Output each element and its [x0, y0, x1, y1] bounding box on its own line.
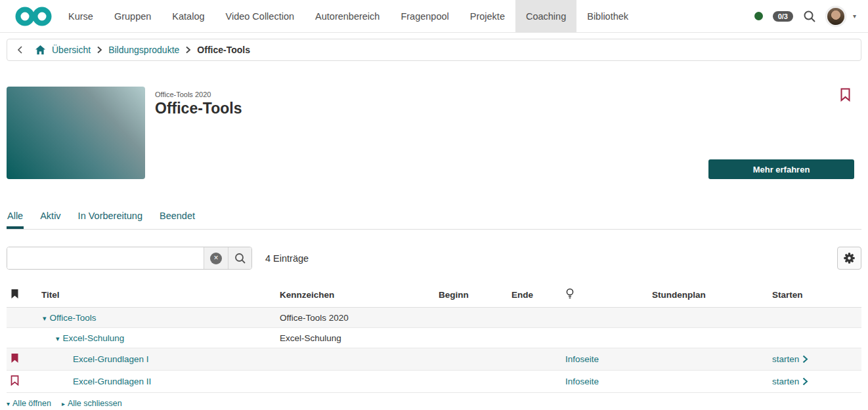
- collapse-caret-icon[interactable]: ▾: [56, 335, 60, 342]
- starten-link[interactable]: starten: [772, 377, 808, 386]
- nav-item-gruppen[interactable]: Gruppen: [104, 0, 162, 32]
- chevron-right-icon: [802, 355, 808, 363]
- breadcrumb-link-bildungsprodukte[interactable]: Bildungsprodukte: [108, 45, 179, 55]
- row-kennzeichen: Office-Tools 2020: [273, 308, 432, 328]
- row-title-link[interactable]: Excel-Grundlagen I: [73, 354, 149, 364]
- close-all-link[interactable]: ▸ Alle schliessen: [62, 399, 122, 408]
- column-header-infoseite[interactable]: [559, 285, 645, 308]
- tab-beendet[interactable]: Beendet: [159, 211, 196, 229]
- column-header-bookmark[interactable]: [7, 285, 35, 308]
- search-icon[interactable]: [803, 10, 816, 23]
- caret-right-icon: ▸: [62, 400, 65, 407]
- infoseite-link[interactable]: Infoseite: [565, 377, 599, 386]
- mehr-erfahren-button[interactable]: Mehr erfahren: [708, 159, 854, 179]
- table-settings-button[interactable]: [837, 247, 861, 270]
- infinity-logo-icon: [14, 6, 53, 27]
- entries-count: 4 Einträge: [265, 253, 309, 264]
- clear-x-icon: ×: [210, 253, 222, 264]
- tab-aktiv[interactable]: Aktiv: [39, 211, 61, 229]
- filter-tabs: Alle Aktiv In Vorbereitung Beendet: [7, 211, 861, 230]
- breadcrumb-separator-icon: [185, 46, 191, 54]
- search-group: ×: [7, 247, 252, 270]
- caret-down-icon: ▾: [7, 400, 10, 407]
- row-kennzeichen: Excel-Schulung: [273, 328, 432, 348]
- tree-controls: ▾ Alle öffnen ▸ Alle schliessen: [7, 399, 861, 408]
- user-menu-caret-icon[interactable]: ▾: [853, 12, 856, 20]
- chevron-right-icon: [802, 377, 808, 386]
- column-header-stundenplan[interactable]: Stundenplan: [645, 285, 766, 308]
- row-title-link[interactable]: Office-Tools: [50, 313, 97, 323]
- nav-item-kurse[interactable]: Kurse: [58, 0, 104, 32]
- curriculum-table: Titel Kennzeichen Beginn Ende Stundenpla…: [7, 285, 861, 393]
- nav-item-fragenpool[interactable]: Fragenpool: [390, 0, 459, 32]
- product-teaser-image: [7, 87, 145, 179]
- breadcrumb-link-uebersicht[interactable]: Übersicht: [52, 45, 91, 55]
- clear-search-button[interactable]: ×: [204, 247, 228, 269]
- column-header-titel[interactable]: Titel: [35, 285, 273, 308]
- tab-alle[interactable]: Alle: [7, 211, 24, 229]
- presence-status-dot: [754, 12, 763, 20]
- open-all-link[interactable]: ▾ Alle öffnen: [7, 399, 51, 408]
- product-header: Office-Tools 2020 Office-Tools Mehr erfa…: [7, 87, 861, 179]
- breadcrumb-separator-icon: [97, 46, 102, 54]
- table-header-row: Titel Kennzeichen Beginn Ende Stundenpla…: [7, 285, 861, 308]
- nav-item-autorenbereich[interactable]: Autorenbereich: [305, 0, 390, 32]
- table-row-excel-grundlagen-1: Excel-Grundlagen I Infoseite starten: [7, 348, 861, 371]
- user-avatar[interactable]: [826, 7, 846, 26]
- home-icon[interactable]: [35, 45, 46, 55]
- back-chevron-icon[interactable]: [16, 45, 25, 55]
- product-title-block: Office-Tools 2020 Office-Tools: [155, 87, 242, 179]
- nav-item-bibliothek[interactable]: Bibliothek: [576, 0, 639, 32]
- product-external-ref: Office-Tools 2020: [155, 91, 242, 98]
- column-header-ende[interactable]: Ende: [505, 285, 559, 308]
- openolat-logo[interactable]: [14, 0, 53, 32]
- table-row-office-tools: ▾Office-Tools Office-Tools 2020: [7, 308, 861, 328]
- navbar-right: 0/3 ▾: [754, 0, 856, 32]
- top-navbar: Kurse Gruppen Katalog Video Collection A…: [0, 0, 868, 33]
- page-title: Office-Tools: [155, 100, 242, 117]
- search-addons: ×: [204, 247, 251, 269]
- nav-item-coaching[interactable]: Coaching: [515, 0, 576, 32]
- tab-in-vorbereitung[interactable]: In Vorbereitung: [77, 211, 143, 229]
- starten-link[interactable]: starten: [772, 354, 808, 364]
- gear-icon: [843, 252, 856, 264]
- infoseite-link[interactable]: Infoseite: [565, 354, 599, 364]
- main-menu: Kurse Gruppen Katalog Video Collection A…: [58, 0, 639, 32]
- column-header-kennzeichen[interactable]: Kennzeichen: [273, 285, 432, 308]
- collapse-caret-icon[interactable]: ▾: [43, 314, 47, 322]
- lightbulb-icon: [565, 288, 575, 300]
- bookmark-filled-icon[interactable]: [11, 353, 19, 363]
- column-header-starten[interactable]: Starten: [766, 285, 861, 308]
- search-submit-button[interactable]: [228, 247, 251, 269]
- bookmark-outline-icon[interactable]: [11, 375, 19, 386]
- table-row-excel-schulung: ▾Excel-Schulung Excel-Schulung: [7, 328, 861, 348]
- row-title-link[interactable]: Excel-Grundlagen II: [73, 377, 151, 386]
- nav-item-video-collection[interactable]: Video Collection: [215, 0, 305, 32]
- task-counter-badge[interactable]: 0/3: [773, 11, 793, 22]
- table-row-excel-grundlagen-2: Excel-Grundlagen II Infoseite starten: [7, 371, 861, 393]
- bookmark-outline-icon[interactable]: [840, 88, 851, 104]
- row-title-link[interactable]: Excel-Schulung: [63, 333, 125, 343]
- nav-item-projekte[interactable]: Projekte: [460, 0, 515, 32]
- bookmark-filled-icon: [11, 289, 19, 299]
- nav-item-katalog[interactable]: Katalog: [162, 0, 215, 32]
- column-header-beginn[interactable]: Beginn: [432, 285, 505, 308]
- breadcrumb-current-page: Office-Tools: [197, 45, 250, 55]
- table-toolbar: × 4 Einträge: [7, 247, 861, 270]
- breadcrumb: Übersicht Bildungsprodukte Office-Tools: [7, 39, 861, 61]
- search-input[interactable]: [7, 247, 204, 269]
- magnifier-icon: [234, 253, 246, 264]
